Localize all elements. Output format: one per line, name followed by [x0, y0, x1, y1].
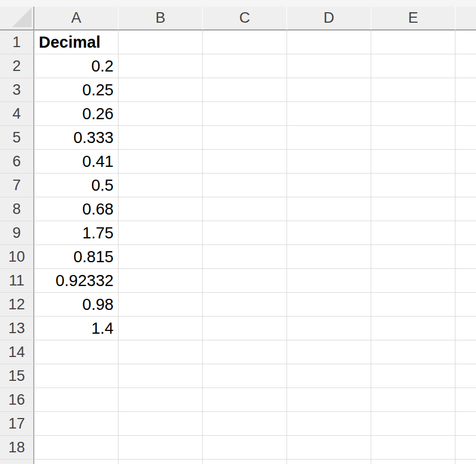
cell-D18[interactable] [287, 436, 371, 460]
cell-B17[interactable] [119, 412, 203, 436]
cell-E11[interactable] [371, 269, 455, 293]
cell-B11[interactable] [119, 269, 203, 293]
cell-F1[interactable] [455, 30, 476, 54]
cell-B13[interactable] [119, 317, 203, 340]
cell-A16[interactable] [34, 388, 119, 412]
row-header-4[interactable]: 4 [0, 102, 34, 126]
cell-C8[interactable] [203, 197, 287, 221]
cell-E4[interactable] [371, 102, 455, 126]
cell-A11[interactable]: 0.92332 [34, 269, 119, 293]
cell-partial[interactable] [287, 460, 371, 464]
row-header-11[interactable]: 11 [0, 269, 34, 293]
column-header-e[interactable]: E [371, 7, 455, 30]
cell-E16[interactable] [371, 388, 455, 412]
cell-A2[interactable]: 0.2 [34, 54, 119, 78]
cell-C7[interactable] [203, 174, 287, 197]
column-header-d[interactable]: D [287, 7, 371, 30]
cell-D4[interactable] [287, 102, 371, 126]
cell-F2[interactable] [455, 54, 476, 78]
cell-D8[interactable] [287, 197, 371, 221]
cell-F8[interactable] [455, 197, 476, 221]
cell-F18[interactable] [455, 436, 476, 460]
cell-E6[interactable] [371, 150, 455, 174]
cell-F13[interactable] [455, 317, 476, 340]
cell-C13[interactable] [203, 317, 287, 340]
cell-F6[interactable] [455, 150, 476, 174]
cell-A7[interactable]: 0.5 [34, 174, 119, 197]
cell-C6[interactable] [203, 150, 287, 174]
cell-B8[interactable] [119, 197, 203, 221]
cell-F17[interactable] [455, 412, 476, 436]
cell-F10[interactable] [455, 245, 476, 269]
row-header-17[interactable]: 17 [0, 412, 34, 436]
cell-F4[interactable] [455, 102, 476, 126]
row-header-8[interactable]: 8 [0, 197, 34, 221]
row-header-16[interactable]: 16 [0, 388, 34, 412]
row-header-15[interactable]: 15 [0, 364, 34, 388]
cell-E17[interactable] [371, 412, 455, 436]
cell-A9[interactable]: 1.75 [34, 221, 119, 245]
cell-B14[interactable] [119, 340, 203, 364]
cell-D2[interactable] [287, 54, 371, 78]
cell-C11[interactable] [203, 269, 287, 293]
cell-B10[interactable] [119, 245, 203, 269]
cell-D16[interactable] [287, 388, 371, 412]
row-header-1[interactable]: 1 [0, 30, 34, 54]
row-header-12[interactable]: 12 [0, 293, 34, 317]
cell-B7[interactable] [119, 174, 203, 197]
cell-A12[interactable]: 0.98 [34, 293, 119, 317]
cell-D3[interactable] [287, 78, 371, 102]
cell-D17[interactable] [287, 412, 371, 436]
cell-A5[interactable]: 0.333 [34, 126, 119, 150]
cell-E18[interactable] [371, 436, 455, 460]
cell-C1[interactable] [203, 30, 287, 54]
row-header-10[interactable]: 10 [0, 245, 34, 269]
column-header-a[interactable]: A [34, 7, 119, 30]
row-header-7[interactable]: 7 [0, 174, 34, 197]
select-all-corner[interactable] [0, 7, 34, 30]
cell-partial[interactable] [34, 460, 119, 464]
cell-C5[interactable] [203, 126, 287, 150]
cell-A8[interactable]: 0.68 [34, 197, 119, 221]
cell-A14[interactable] [34, 340, 119, 364]
cell-D5[interactable] [287, 126, 371, 150]
cell-E5[interactable] [371, 126, 455, 150]
cell-B6[interactable] [119, 150, 203, 174]
cell-C2[interactable] [203, 54, 287, 78]
cell-C12[interactable] [203, 293, 287, 317]
cell-D1[interactable] [287, 30, 371, 54]
cell-A6[interactable]: 0.41 [34, 150, 119, 174]
row-header-partial[interactable] [0, 460, 34, 464]
row-header-14[interactable]: 14 [0, 340, 34, 364]
cell-F5[interactable] [455, 126, 476, 150]
cell-F7[interactable] [455, 174, 476, 197]
cell-C4[interactable] [203, 102, 287, 126]
cell-D9[interactable] [287, 221, 371, 245]
row-header-13[interactable]: 13 [0, 317, 34, 340]
cell-E7[interactable] [371, 174, 455, 197]
cell-B4[interactable] [119, 102, 203, 126]
cell-C9[interactable] [203, 221, 287, 245]
row-header-5[interactable]: 5 [0, 126, 34, 150]
cell-C17[interactable] [203, 412, 287, 436]
cell-partial[interactable] [371, 460, 455, 464]
row-header-3[interactable]: 3 [0, 78, 34, 102]
cell-B16[interactable] [119, 388, 203, 412]
cell-E15[interactable] [371, 364, 455, 388]
cell-C3[interactable] [203, 78, 287, 102]
row-header-2[interactable]: 2 [0, 54, 34, 78]
cell-F14[interactable] [455, 340, 476, 364]
cell-E3[interactable] [371, 78, 455, 102]
cell-A13[interactable]: 1.4 [34, 317, 119, 340]
cell-D15[interactable] [287, 364, 371, 388]
cell-B5[interactable] [119, 126, 203, 150]
cell-F12[interactable] [455, 293, 476, 317]
cell-B1[interactable] [119, 30, 203, 54]
cell-D11[interactable] [287, 269, 371, 293]
cell-E9[interactable] [371, 221, 455, 245]
cell-A15[interactable] [34, 364, 119, 388]
cell-B2[interactable] [119, 54, 203, 78]
cell-E12[interactable] [371, 293, 455, 317]
row-header-6[interactable]: 6 [0, 150, 34, 174]
column-header-c[interactable]: C [203, 7, 287, 30]
